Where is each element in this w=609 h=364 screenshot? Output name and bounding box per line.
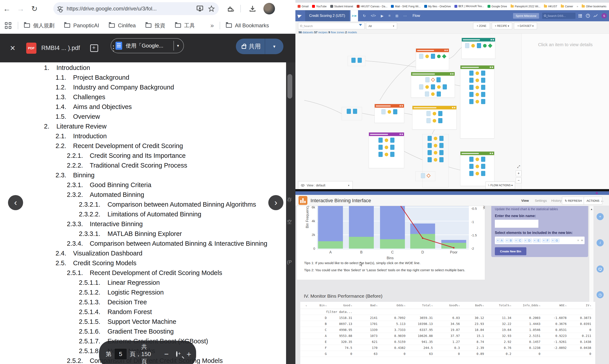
- back-arrow-icon[interactable]: ←: [600, 198, 605, 203]
- recipe-icon[interactable]: [434, 151, 437, 155]
- dataset-icon[interactable]: [469, 164, 474, 169]
- flow-tab[interactable]: >➢: [350, 10, 358, 21]
- recipe-icon[interactable]: [385, 153, 388, 156]
- element-chip-G[interactable]: ×G: [551, 238, 559, 243]
- bookmark-item[interactable]: My files - OneDrive: [424, 5, 451, 8]
- recipe-icon[interactable]: [471, 44, 475, 48]
- address-bar[interactable]: https://drive.google.com/drive/u/3/fol..…: [53, 2, 219, 15]
- dataset-icon[interactable]: [469, 85, 474, 90]
- flow-zoom-in-button[interactable]: +: [516, 170, 521, 176]
- recipe-icon[interactable]: [476, 165, 479, 168]
- table-row-bin-D[interactable]: D1518.3121410.70923659.316.0330.1211.340…: [300, 315, 593, 321]
- dashboard-icon[interactable]: ⊞: [395, 14, 398, 18]
- chip-remove-icon[interactable]: ×: [497, 239, 500, 242]
- filter-row[interactable]: filter data...: [300, 309, 593, 315]
- recipe-icon[interactable]: [385, 146, 388, 149]
- dataset-icon[interactable]: [481, 157, 485, 162]
- flow-zone[interactable]: [412, 106, 457, 130]
- info-float-button[interactable]: i: [596, 239, 604, 246]
- project-title[interactable]: Credit Scoring 2 (UST): [305, 10, 349, 21]
- dataset-icon[interactable]: [443, 84, 447, 90]
- table-row-bin-B[interactable]: B8697.1317015.11310398.1334.5623.9332.22…: [300, 321, 593, 327]
- dataset-icon[interactable]: [347, 109, 351, 114]
- chip-remove-icon[interactable]: ×: [506, 239, 509, 242]
- zone-header[interactable]: [416, 49, 449, 52]
- pdf-scrollbar-thumb[interactable]: [287, 74, 292, 99]
- element-chip-D[interactable]: ×D: [524, 238, 532, 243]
- column-header-Good[interactable]: Good⇅: [328, 302, 354, 309]
- flow-zone[interactable]: [416, 48, 449, 70]
- input-dataset-icon[interactable]: [465, 43, 469, 48]
- join-recipe-icon[interactable]: [426, 174, 430, 178]
- sort-all-header[interactable]: ⇅: [300, 302, 308, 309]
- scroll-up-icon[interactable]: ▲: [590, 208, 593, 210]
- help-icon[interactable]: ?: [586, 14, 590, 18]
- bookmark-item[interactable]: Student Intranet: [330, 5, 353, 8]
- toc-row[interactable]: 2.4.Visualization Dashboard: [0, 248, 286, 258]
- chip-remove-icon[interactable]: ×: [543, 239, 545, 242]
- toc-row[interactable]: 2.3.4.Comparison between Automated Binni…: [0, 239, 286, 248]
- dataset-icon[interactable]: [469, 78, 474, 83]
- sort-icon[interactable]: ⇅: [432, 304, 433, 307]
- dataset-icon[interactable]: [437, 91, 441, 97]
- dataset-icon[interactable]: [431, 84, 435, 90]
- dataset-icon[interactable]: [469, 92, 474, 97]
- comment-float-button[interactable]: [596, 265, 604, 273]
- forward-icon[interactable]: →: [14, 4, 27, 13]
- zone-header[interactable]: [375, 104, 404, 108]
- input-dataset-icon[interactable]: [419, 84, 423, 90]
- column-header-Info_Odds[interactable]: Info_Odds⇅: [513, 302, 542, 309]
- flow-zone[interactable]: [460, 151, 494, 186]
- toc-row[interactable]: 1.2.Industry and Company Background: [0, 82, 286, 92]
- recipe-icon[interactable]: [433, 119, 436, 122]
- column-header-Total[interactable]: Total⇅: [407, 302, 434, 309]
- dataset-icon[interactable]: [481, 71, 485, 76]
- flow-zone[interactable]: [462, 38, 495, 59]
- toc-row[interactable]: 2.3.3.Interactive Binning: [0, 219, 286, 229]
- dataset-icon[interactable]: [427, 143, 432, 148]
- dss-search-input[interactable]: Search DSS...: [542, 13, 575, 19]
- flow-zone[interactable]: [460, 65, 494, 139]
- dataset-icon[interactable]: [481, 92, 485, 97]
- column-header-Bin[interactable]: Bin⇅: [308, 302, 328, 309]
- flow-canvas[interactable]: Click an item to view details ➜ View : d…: [295, 34, 609, 189]
- column-header-Good%[interactable]: Good%⇅: [434, 302, 461, 309]
- recipe-icon[interactable]: [425, 55, 429, 58]
- dataset-icon[interactable]: [378, 145, 383, 150]
- recipe-icon[interactable]: [433, 112, 436, 116]
- toc-row[interactable]: 2.3.2.Automated Binning: [0, 190, 286, 199]
- dataset-icon[interactable]: [469, 99, 474, 104]
- sort-icon[interactable]: ⇅: [404, 304, 406, 307]
- bookmark-item[interactable]: Gmail: [298, 5, 308, 8]
- expand-icon[interactable]: ⤢: [516, 164, 521, 169]
- more-icon[interactable]: ⋯: [403, 14, 407, 18]
- toc-row[interactable]: 2.5.Credit Scoring Models: [0, 258, 286, 268]
- next-page-button[interactable]: ›: [268, 195, 283, 210]
- filter-funnel-icon[interactable]: [359, 24, 362, 26]
- sort-icon[interactable]: ⇅: [325, 304, 327, 307]
- dataset-icon[interactable]: [439, 143, 444, 148]
- element-chip-A[interactable]: ×A: [496, 238, 504, 243]
- column-header-IV[interactable]: IV⇅: [568, 302, 593, 309]
- open-with-caret-icon[interactable]: ▾: [177, 43, 179, 48]
- column-header-Total%[interactable]: Total%⇅: [485, 302, 513, 309]
- bins-table[interactable]: ⇅Bin⇅Good⇅Bad⇅Odds⇅Total⇅Good%⇅Bad%⇅Tota…: [300, 302, 593, 357]
- recipe-icon[interactable]: [385, 139, 388, 142]
- dataset-icon[interactable]: [439, 150, 444, 155]
- toc-row[interactable]: 2.5.1.4.Random Forest: [0, 307, 286, 317]
- woe-bar-chart[interactable]: [317, 206, 469, 249]
- column-header-Odds[interactable]: Odds⇅: [379, 302, 407, 309]
- zone-header[interactable]: [462, 38, 495, 41]
- column-header-WOE[interactable]: WOE⇅: [542, 302, 568, 309]
- toc-row[interactable]: 2.5.1.3.Decision Tree: [0, 297, 286, 307]
- input-dataset-icon[interactable]: [421, 173, 425, 178]
- dataset-icon[interactable]: [438, 118, 442, 123]
- apps-grid-icon[interactable]: [5, 22, 12, 29]
- bookmark-folder-Cinlifea[interactable]: Cinlifea: [109, 22, 136, 29]
- back-icon[interactable]: ←: [0, 4, 14, 13]
- activity-chart-icon[interactable]: [594, 14, 598, 17]
- profile-avatar[interactable]: [264, 3, 275, 14]
- input-dataset-icon[interactable]: [381, 109, 385, 114]
- dataset-icon[interactable]: [469, 157, 474, 162]
- flow-zone[interactable]: [342, 107, 362, 120]
